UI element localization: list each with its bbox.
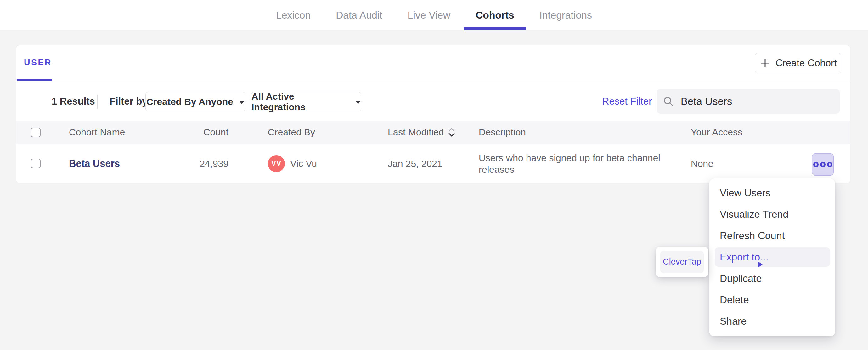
menu-item-label: Share <box>720 315 746 327</box>
tab-data-audit[interactable]: Data Audit <box>336 0 382 30</box>
column-description: Description <box>479 121 686 144</box>
last-modified-date: Jan 25, 2021 <box>388 144 442 183</box>
cohort-name-link[interactable]: Beta Users <box>69 158 120 169</box>
create-cohort-button[interactable]: Create Cohort <box>755 53 841 73</box>
sort-icon[interactable] <box>447 127 456 138</box>
filter-by-label: Filter by <box>110 96 148 107</box>
menu-item-label: Duplicate <box>720 273 762 284</box>
menu-item-share[interactable]: Share <box>709 310 835 332</box>
tab-integrations[interactable]: Integrations <box>539 0 592 30</box>
row-checkbox[interactable] <box>31 159 40 168</box>
tab-data-audit-label: Data Audit <box>336 9 382 21</box>
column-count: Count <box>161 121 228 144</box>
search-input[interactable] <box>681 96 819 107</box>
cohort-description: Users who have signed up for beta channe… <box>479 152 686 175</box>
menu-item-export-to[interactable]: Export to... <box>709 246 835 268</box>
results-count: 1 Results <box>52 96 95 107</box>
menu-item-label: Refresh Count <box>720 230 784 242</box>
cohort-description-cell: Users who have signed up for beta channe… <box>479 144 686 183</box>
menu-item-label: Visualize Trend <box>720 209 788 220</box>
menu-item-label: Export to... <box>720 251 769 263</box>
menu-item-visualize-trend[interactable]: Visualize Trend <box>709 204 835 225</box>
created-by-name: Vic Vu <box>290 159 317 169</box>
table-header-row: Cohort Name Count Created By Last Modifi… <box>17 120 850 144</box>
cohorts-panel: USER Create Cohort 1 Results Filter by C… <box>16 45 850 183</box>
integrations-dropdown[interactable]: All Active Integrations <box>251 92 361 111</box>
row-checkbox-cell <box>31 144 40 183</box>
menu-item-label: Delete <box>720 294 749 306</box>
menu-item-delete[interactable]: Delete <box>709 289 835 310</box>
integrations-dropdown-label: All Active Integrations <box>251 91 350 112</box>
created-by-dropdown[interactable]: Created By Anyone <box>146 92 246 111</box>
tab-live-view[interactable]: Live View <box>408 0 451 30</box>
menu-item-view-users[interactable]: View Users <box>709 182 835 204</box>
last-modified-label: Last Modified <box>388 127 444 138</box>
avatar: VV <box>268 155 285 172</box>
tab-cohorts[interactable]: Cohorts <box>475 0 514 30</box>
search-icon <box>663 96 674 107</box>
submenu-arrow-icon <box>758 261 763 268</box>
tabs-divider <box>17 81 850 81</box>
context-menu: View Users Visualize Trend Refresh Count… <box>709 178 835 337</box>
ellipsis-dot-icon <box>827 162 832 167</box>
created-by-cell: VV Vic Vu <box>268 144 317 183</box>
tab-cohorts-label: Cohorts <box>475 9 514 21</box>
cohort-count: 24,939 <box>161 144 228 183</box>
access-level: None <box>691 144 713 183</box>
column-cohort-name: Cohort Name <box>69 121 125 144</box>
select-all-checkbox[interactable] <box>31 128 40 137</box>
row-actions-button[interactable] <box>812 153 834 176</box>
create-cohort-label: Create Cohort <box>775 58 837 69</box>
chevron-down-icon <box>239 101 245 104</box>
created-by-dropdown-label: Created By Anyone <box>146 97 233 107</box>
ellipsis-dot-icon <box>813 162 818 167</box>
search-box[interactable] <box>657 89 840 114</box>
menu-item-refresh-count[interactable]: Refresh Count <box>709 225 835 246</box>
reset-filter-link[interactable]: Reset Filter <box>602 96 652 107</box>
cohort-name-cell: Beta Users <box>69 144 120 183</box>
filter-bar-divider <box>97 95 98 109</box>
tab-live-view-label: Live View <box>408 9 451 21</box>
export-submenu: CleverTap <box>656 247 708 277</box>
column-last-modified[interactable]: Last Modified <box>388 121 456 144</box>
table-row: Beta Users 24,939 VV Vic Vu Jan 25, 2021… <box>17 144 850 183</box>
chevron-down-icon <box>355 101 361 104</box>
select-all-cell <box>31 121 40 144</box>
ellipsis-dot-icon <box>820 162 826 167</box>
menu-item-duplicate[interactable]: Duplicate <box>709 268 835 289</box>
column-your-access: Your Access <box>691 121 742 144</box>
tab-user[interactable]: USER <box>24 58 52 68</box>
column-created-by: Created By <box>268 121 315 144</box>
menu-item-label: View Users <box>720 187 770 199</box>
tab-lexicon-label: Lexicon <box>276 9 311 21</box>
plus-icon <box>760 58 771 69</box>
submenu-item-clevertap[interactable]: CleverTap <box>660 251 704 273</box>
tab-lexicon[interactable]: Lexicon <box>276 0 311 30</box>
tab-integrations-label: Integrations <box>539 9 592 21</box>
top-navigation: Lexicon Data Audit Live View Cohorts Int… <box>0 0 868 31</box>
